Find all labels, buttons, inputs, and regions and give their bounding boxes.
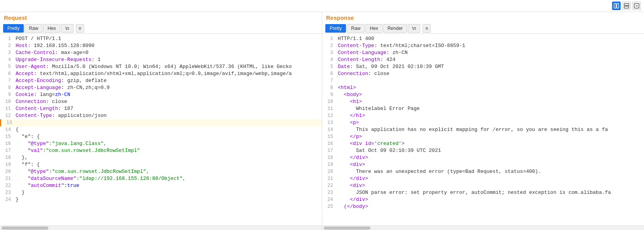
- table-row: 11 Whitelabel Error Page: [322, 105, 644, 112]
- line-content: Accept-Encoding: gzip, deflate: [16, 77, 320, 84]
- line-number: 20: [2, 168, 11, 175]
- request-tab-bar: Pretty Raw Hex \n ≡: [0, 23, 322, 34]
- line-content: HTTP/1.1 400: [338, 35, 642, 42]
- line-number: 23: [324, 189, 333, 196]
- table-row: 12 </h1>: [322, 112, 644, 119]
- request-tab-newline[interactable]: \n: [61, 24, 74, 33]
- response-tab-newline[interactable]: \n: [408, 24, 420, 33]
- line-content: Whitelabel Error Page: [338, 105, 642, 112]
- request-tab-raw[interactable]: Raw: [25, 24, 42, 33]
- response-tab-pretty[interactable]: Pretty: [325, 24, 346, 33]
- collapse-button[interactable]: [632, 2, 641, 10]
- table-row: 24}: [0, 196, 322, 203]
- line-number: 17: [324, 147, 333, 154]
- line-number: 16: [324, 140, 333, 147]
- line-number: 19: [2, 161, 11, 168]
- table-row: 13: [0, 119, 322, 126]
- table-row: 6Accept: text/html,application/xhtml+xml…: [0, 70, 322, 77]
- response-tab-bar: Pretty Raw Hex Render \n ≡: [322, 23, 644, 34]
- table-row: 10Connection: close: [0, 98, 322, 105]
- line-content: Cache-Control: max-age=0: [16, 49, 320, 56]
- table-row: 9Cookie: lang=zh-CN: [0, 91, 322, 98]
- line-number: 22: [2, 182, 11, 189]
- line-number: 6: [2, 70, 11, 77]
- line-number: 19: [324, 161, 333, 168]
- svg-rect-1: [617, 3, 619, 8]
- response-content[interactable]: 1HTTP/1.1 4002Content-Type: text/html;ch…: [322, 34, 644, 225]
- line-content: {: [16, 126, 320, 133]
- line-content: User-Agent: Mozilla/5.0 (Windows NT 10.0…: [16, 63, 320, 70]
- line-content: Accept: text/html,application/xhtml+xml,…: [16, 70, 320, 77]
- table-row: 20 There was an unexpected error (type=B…: [322, 168, 644, 175]
- table-row: 2Content-Type: text/html;charset=ISO-885…: [322, 42, 644, 49]
- line-content: [17, 119, 320, 126]
- request-content[interactable]: 1POST / HTTP/1.12Host: 192.168.155.128:8…: [0, 34, 322, 225]
- request-tab-pretty[interactable]: Pretty: [3, 24, 24, 33]
- line-content: <div id='created'>: [338, 140, 642, 147]
- line-content: <div>: [338, 182, 642, 189]
- svg-rect-3: [624, 6, 629, 8]
- table-row: 15 </p>: [322, 133, 644, 140]
- line-number: 7: [324, 77, 333, 84]
- table-row: 10 <h1>: [322, 98, 644, 105]
- line-content: }: [16, 189, 320, 196]
- response-scrollbar-h[interactable]: [322, 225, 644, 230]
- svg-rect-2: [624, 3, 629, 5]
- line-number: 17: [2, 147, 11, 154]
- response-tab-menu[interactable]: ≡: [423, 24, 431, 33]
- line-number: 5: [2, 63, 11, 70]
- table-row: 17 Sat Oct 09 02:10:39 UTC 2021: [322, 147, 644, 154]
- line-content: </h1>: [338, 112, 642, 119]
- line-content: POST / HTTP/1.1: [16, 35, 320, 42]
- response-tab-render[interactable]: Render: [383, 24, 407, 33]
- request-scrollbar-h[interactable]: [0, 225, 322, 230]
- line-number: 3: [324, 49, 333, 56]
- line-number: 21: [2, 175, 11, 182]
- line-number: 5: [324, 63, 333, 70]
- table-row: 24 </div>: [322, 196, 644, 203]
- line-content: "@type":"java.lang.Class",: [16, 140, 320, 147]
- line-content: </div>: [338, 154, 642, 161]
- table-row: 2Host: 192.168.155.128:8090: [0, 42, 322, 49]
- table-row: 21 </div>: [322, 175, 644, 182]
- line-content: "autoCommit":true: [16, 182, 320, 189]
- split-view-button[interactable]: [612, 2, 621, 10]
- table-row: 15 "e": {: [0, 133, 322, 140]
- table-row: 4Upgrade-Insecure-Requests: 1: [0, 56, 322, 63]
- line-content: This application has no explicit mapping…: [338, 126, 642, 133]
- table-row: 11Content-Length: 187: [0, 105, 322, 112]
- table-row: 14{: [0, 126, 322, 133]
- single-view-button[interactable]: [622, 2, 631, 10]
- line-content: Content-Type: application/json: [16, 112, 320, 119]
- table-row: 18 </div>: [322, 154, 644, 161]
- line-content: Content-Language: zh-CN: [338, 49, 642, 56]
- table-row: 18 },: [0, 154, 322, 161]
- line-number: 4: [2, 56, 11, 63]
- request-tab-hex[interactable]: Hex: [43, 24, 60, 33]
- line-content: Content-Length: 424: [338, 56, 642, 63]
- line-number: 16: [2, 140, 11, 147]
- request-tab-menu[interactable]: ≡: [76, 24, 84, 33]
- response-title: Response: [322, 12, 644, 23]
- response-tab-raw[interactable]: Raw: [347, 24, 365, 33]
- line-content: Connection: close: [16, 98, 320, 105]
- line-content: "@type":"com.sun.rowset.JdbcRowSetImpl",: [16, 168, 320, 175]
- response-tab-hex[interactable]: Hex: [365, 24, 382, 33]
- line-number: 9: [324, 91, 333, 98]
- main-container: Request Pretty Raw Hex \n ≡ 1POST / HTTP…: [0, 12, 644, 230]
- line-number: 18: [2, 154, 11, 161]
- table-row: 8<html>: [322, 84, 644, 91]
- table-row: 17 "val":"com.sun.rowset.JdbcRowSetImpl": [0, 147, 322, 154]
- line-number: 14: [324, 126, 333, 133]
- svg-rect-0: [614, 3, 616, 8]
- line-content: <div>: [338, 161, 642, 168]
- line-content: <body>: [338, 91, 642, 98]
- table-row: 21 "dataSourceName":"ldap://192.168.155.…: [0, 175, 322, 182]
- table-row: 8Accept-Language: zh-CN,zh;q=0.9: [0, 84, 322, 91]
- line-content: <h1>: [338, 98, 642, 105]
- line-number: 8: [2, 84, 11, 91]
- table-row: 3Cache-Control: max-age=0: [0, 49, 322, 56]
- line-number: 15: [324, 133, 333, 140]
- line-number: 2: [2, 42, 11, 49]
- table-row: 20 "@type":"com.sun.rowset.JdbcRowSetImp…: [0, 168, 322, 175]
